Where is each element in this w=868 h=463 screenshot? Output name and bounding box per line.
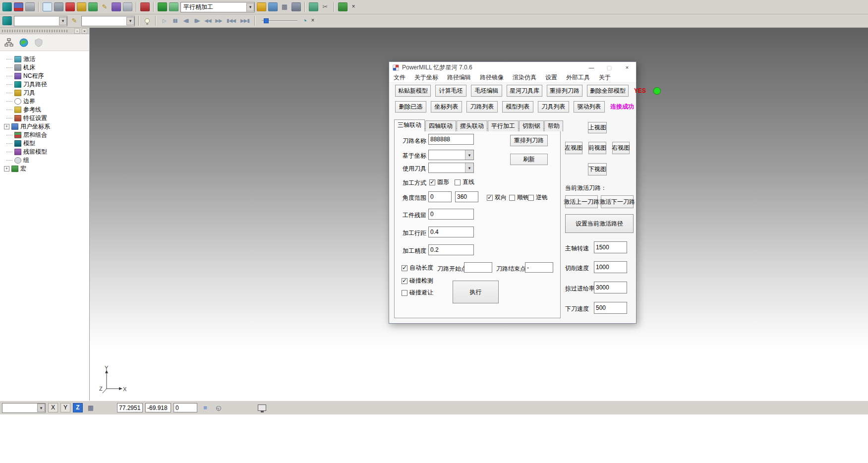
feature-icon[interactable] xyxy=(112,2,121,11)
clock-icon[interactable]: ◔ xyxy=(302,17,307,25)
tree-item-machine[interactable]: 机床 xyxy=(3,63,89,72)
bidirectional-checkbox[interactable]: 双向 xyxy=(487,193,507,202)
compute-stock-button[interactable]: 计算毛坯 xyxy=(435,85,466,97)
tool-library-button[interactable]: 星河刀具库 xyxy=(507,85,542,97)
expand-icon[interactable]: + xyxy=(4,166,9,172)
fast-forward-icon[interactable]: ▶▶ xyxy=(214,16,223,25)
chevron-down-icon[interactable]: ▾ xyxy=(126,17,134,25)
skim-feed-input[interactable] xyxy=(594,282,627,293)
tolerance-input[interactable] xyxy=(428,244,474,255)
toolbar-close-icon[interactable]: × xyxy=(309,17,317,25)
checkbox-icon[interactable] xyxy=(487,195,493,201)
tree-item-feature-set[interactable]: 特征设置 xyxy=(3,114,89,122)
paste-new-model-button[interactable]: 粘贴新模型 xyxy=(395,85,431,97)
spindle-speed-input[interactable] xyxy=(594,241,627,253)
panel-grip[interactable]: ▫ × xyxy=(0,28,89,34)
workplane-icon[interactable] xyxy=(123,2,132,11)
strategy-list-icon[interactable] xyxy=(169,2,178,11)
menu-about[interactable]: 关于 xyxy=(594,73,615,82)
checkbox-icon[interactable] xyxy=(455,179,461,185)
collision-avoid-checkbox[interactable]: 碰撞避让 xyxy=(402,289,433,297)
tree-item-group[interactable]: 组 xyxy=(3,156,89,165)
boundary-icon[interactable] xyxy=(88,2,98,11)
slider-thumb[interactable] xyxy=(264,18,269,23)
menu-external-tools[interactable]: 外部工具 xyxy=(562,73,594,82)
coord-x-input[interactable] xyxy=(117,403,143,412)
view-top-button[interactable]: 上视图 xyxy=(588,122,607,133)
close-button[interactable]: × xyxy=(618,62,636,73)
print-icon[interactable] xyxy=(25,2,35,11)
checkbox-icon[interactable] xyxy=(429,179,435,185)
stock-edit-button[interactable]: 毛坯编辑 xyxy=(471,85,502,97)
shield-icon[interactable] xyxy=(33,37,45,49)
grid-icon[interactable]: ▦ xyxy=(280,2,289,11)
menu-settings[interactable]: 设置 xyxy=(541,73,562,82)
save-icon[interactable] xyxy=(14,2,23,11)
strategy-combo[interactable]: 平行精加工 ▾ xyxy=(180,2,255,12)
tab-help[interactable]: 帮助 xyxy=(544,120,563,131)
chevron-down-icon[interactable]: ▾ xyxy=(465,150,473,160)
tab-4axis[interactable]: 四轴联动 xyxy=(425,120,456,131)
start-point-input[interactable] xyxy=(464,262,492,273)
tree-item-model[interactable]: 模型 xyxy=(3,139,89,148)
tree-item-macro[interactable]: +宏 xyxy=(3,165,89,173)
play-icon[interactable]: ▷ xyxy=(160,16,169,25)
tab-saw[interactable]: 切割锯 xyxy=(519,120,544,131)
minimize-button[interactable]: — xyxy=(582,62,600,73)
simulation-speed-slider[interactable] xyxy=(262,18,297,24)
axis-y-button[interactable]: Y xyxy=(60,403,70,412)
use-tool-combo[interactable]: ▾ xyxy=(428,163,474,173)
tools-icon[interactable] xyxy=(257,2,266,11)
toolpath-edit-icon[interactable] xyxy=(77,2,86,11)
pattern-pencil-icon[interactable]: ✎ xyxy=(100,2,110,11)
binoculars-icon[interactable] xyxy=(338,2,347,11)
conventional-mill-checkbox[interactable]: 逆铣 xyxy=(528,193,548,202)
activate-next-toolpath-button[interactable]: 激活下一刀路 xyxy=(601,195,634,208)
checkbox-icon[interactable] xyxy=(509,195,515,201)
machine-icon[interactable] xyxy=(54,2,63,11)
plunge-feed-input[interactable] xyxy=(594,302,627,314)
view-front-button[interactable]: 前视图 xyxy=(588,142,606,154)
tree-item-toolpath[interactable]: 刀具路径 xyxy=(3,80,89,89)
nc-program-icon[interactable] xyxy=(140,2,150,11)
step-back-icon[interactable]: ◀▮ xyxy=(181,16,190,25)
mode-circle-checkbox[interactable]: 圆形 xyxy=(429,178,449,186)
simulation-tool-combo[interactable]: ▾ xyxy=(81,16,135,26)
refresh-button[interactable]: 刷新 xyxy=(510,154,548,165)
tool-pencil-icon[interactable]: ✎ xyxy=(69,16,79,25)
simulation-toolpath-combo[interactable]: ▾ xyxy=(14,16,67,26)
go-to-end-icon[interactable]: ▶▶▮ xyxy=(239,16,251,25)
statistics-icon[interactable] xyxy=(268,2,278,11)
go-to-start-icon[interactable]: ▮◀◀ xyxy=(225,16,237,25)
toolpath-list-button[interactable]: 刀路列表 xyxy=(466,101,498,113)
menu-render-sim[interactable]: 渲染仿真 xyxy=(508,73,541,82)
collision-check-checkbox[interactable]: 碰撞检测 xyxy=(402,277,433,285)
angle-from-input[interactable] xyxy=(428,191,452,202)
dialog-titlebar[interactable]: PowerMILL 忆梦星河 7.0.6 — ▢ × xyxy=(389,62,636,73)
pause-icon[interactable]: ▮▮ xyxy=(171,16,179,25)
grid-table-icon[interactable]: ▦ xyxy=(85,404,96,411)
climb-mill-checkbox[interactable]: 顺铣 xyxy=(509,193,529,202)
chevron-down-icon[interactable]: ▾ xyxy=(59,17,67,25)
menu-path-mirror[interactable]: 路径镜像 xyxy=(475,73,508,82)
tree-item-stock-model[interactable]: 残留模型 xyxy=(3,148,89,156)
tab-swivel[interactable]: 摆头联动 xyxy=(457,120,487,131)
tree-item-nc-program[interactable]: NC程序 xyxy=(3,72,89,80)
coord-y-input[interactable] xyxy=(145,403,171,412)
execute-button[interactable]: 执行 xyxy=(453,281,499,303)
tree-item-workplane[interactable]: +用户坐标系 xyxy=(3,122,89,131)
toolpath-name-input[interactable] xyxy=(428,134,474,145)
axis-z-button[interactable]: Z xyxy=(73,403,83,412)
block-icon[interactable] xyxy=(43,2,52,11)
auto-length-checkbox[interactable]: 自动长度 xyxy=(402,264,433,272)
statusbar-combo[interactable]: ▾ xyxy=(2,403,46,413)
toolpath-create-icon[interactable] xyxy=(65,2,75,11)
tree-item-boundary[interactable]: 边界 xyxy=(3,97,89,106)
menu-file[interactable]: 文件 xyxy=(389,73,410,82)
tab-parallel[interactable]: 平行加工 xyxy=(488,120,519,131)
drive-list-button[interactable]: 驱动列表 xyxy=(574,101,605,113)
calculator-icon[interactable] xyxy=(291,2,301,11)
panel-close-icon[interactable]: × xyxy=(82,28,87,34)
expand-icon[interactable]: + xyxy=(4,124,9,129)
rearrange-toolpaths-button[interactable]: 重排列刀路 xyxy=(547,85,582,97)
